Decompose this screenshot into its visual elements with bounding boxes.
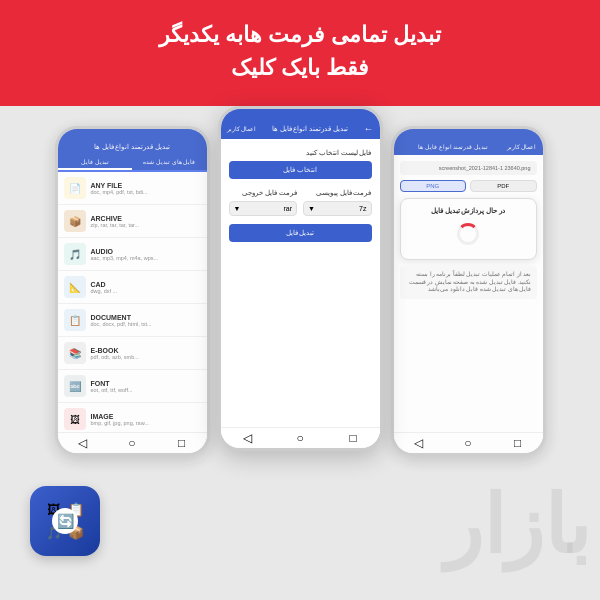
file-info: AUDIO aac, mp3, mp4, m4a, wps... [91, 248, 201, 261]
file-info: IMAGE bmp, gif, jpg, png, raw... [91, 413, 201, 426]
file-info: FONT eot, otf, ttf, woff... [91, 380, 201, 393]
file-info: ARCHIVE zip, rar, tar, tar, tar... [91, 215, 201, 228]
from-label: فایل لیست انتخاب کنید [229, 149, 372, 157]
file-info: ANY FILE doc, mp4, pdf, txt, bdi... [91, 182, 201, 195]
nav-recent[interactable]: □ [347, 432, 359, 444]
phone3-content: screenshot_2021-12841-1 23640.png PDF PN… [394, 155, 543, 443]
phone2-content: فایل لیست انتخاب کنید انتخاب فایل فرمت ف… [221, 139, 380, 442]
nav-recent[interactable]: □ [512, 437, 524, 449]
main-area: تبدیل قدرتمند انواع فایل ها تبدیل فایل ف… [0, 106, 600, 576]
upload-button[interactable]: انتخاب فایل [229, 161, 372, 179]
phone2-header: ← تبدیل قدرتمند انواع فایل ها اعمال کارب… [221, 109, 380, 139]
list-item[interactable]: 📄 ANY FILE doc, mp4, pdf, txt, bdi... [58, 172, 207, 205]
phone3-screen: اعمال کاربر تبدیل قدرتمند انواع فایل ها … [394, 129, 543, 453]
nav-back[interactable]: ◁ [76, 437, 88, 449]
file-info: DOCUMENT doc, docx, pdf, html, txt... [91, 314, 201, 327]
phone1-navbar: ◁ ○ □ [58, 432, 207, 453]
app-icon-sync: 🔄 [52, 508, 78, 534]
option-png[interactable]: PNG [400, 180, 467, 192]
tab-convert[interactable]: تبدیل فایل [58, 155, 133, 170]
top-banner: تبدیل تمامی فرمت هابه یکدیگر فقط بایک کل… [0, 0, 600, 106]
converting-title: در حال پردازش تبدیل فایل [409, 207, 528, 215]
list-item[interactable]: 🔤 FONT eot, otf, ttf, woff... [58, 370, 207, 403]
to-format-select[interactable]: rar ▼ [229, 201, 298, 216]
nav-home[interactable]: ○ [462, 437, 474, 449]
file-icon-document: 📋 [64, 309, 86, 331]
app-icon-inner: 🖼 📋 🎵 📦 🔄 [38, 494, 92, 548]
banner-title: تبدیل تمامی فرمت هابه یکدیگر فقط بایک کل… [20, 18, 580, 84]
to-format-group: فرمت فایل خروجی rar ▼ [229, 189, 298, 216]
file-icon-audio: 🎵 [64, 243, 86, 265]
from-format-select[interactable]: 7z ▼ [303, 201, 372, 216]
app-icon[interactable]: 🖼 📋 🎵 📦 🔄 [30, 486, 100, 556]
phone2: ← تبدیل قدرتمند انواع فایل ها اعمال کارب… [218, 106, 383, 451]
from-format-group: فرمت فایل پیویسی 7z ▼ [303, 189, 372, 216]
list-item[interactable]: 🎵 AUDIO aac, mp3, mp4, m4a, wps... [58, 238, 207, 271]
tab-converted[interactable]: فایل های تبدیل شده [132, 155, 207, 170]
decorative-text: بازار [444, 486, 590, 566]
phone1-header: تبدیل قدرتمند انواع فایل ها [58, 129, 207, 155]
list-item[interactable]: 📦 ARCHIVE zip, rar, tar, tar, tar... [58, 205, 207, 238]
list-item[interactable]: 📐 CAD dwg, dxf ... [58, 271, 207, 304]
phone2-navbar: ◁ ○ □ [221, 427, 380, 448]
file-icon-font: 🔤 [64, 375, 86, 397]
file-icon-archive: 📦 [64, 210, 86, 232]
phone1-tabs: تبدیل فایل فایل های تبدیل شده [58, 155, 207, 172]
converting-modal: در حال پردازش تبدیل فایل [400, 198, 537, 260]
phone2-screen: ← تبدیل قدرتمند انواع فایل ها اعمال کارب… [221, 109, 380, 448]
list-item[interactable]: 📚 E-BOOK pdf, odt, azb, smb... [58, 337, 207, 370]
nav-home[interactable]: ○ [294, 432, 306, 444]
convert-button[interactable]: تبدیل فایل [229, 224, 372, 242]
file-list: 📄 ANY FILE doc, mp4, pdf, txt, bdi... 📦 … [58, 172, 207, 436]
footer-text: بعد از اتمام عملیات تبدیل لطفاً برنامه ر… [400, 266, 537, 299]
format-row: فرمت فایل پیویسی 7z ▼ فرمت فایل خروجی ra… [229, 189, 372, 216]
loading-spinner [457, 223, 479, 245]
nav-back[interactable]: ◁ [412, 437, 424, 449]
file-info: CAD dwg, dxf ... [91, 281, 201, 294]
phone3: اعمال کاربر تبدیل قدرتمند انواع فایل ها … [391, 126, 546, 456]
list-item[interactable]: 📋 DOCUMENT doc, docx, pdf, html, txt... [58, 304, 207, 337]
phone3-header: اعمال کاربر تبدیل قدرتمند انواع فایل ها [394, 129, 543, 155]
nav-back[interactable]: ◁ [241, 432, 253, 444]
file-icon-cad: 📐 [64, 276, 86, 298]
nav-home[interactable]: ○ [126, 437, 138, 449]
phone1: تبدیل قدرتمند انواع فایل ها تبدیل فایل ف… [55, 126, 210, 456]
file-info-box: screenshot_2021-12841-1 23640.png [400, 161, 537, 175]
file-icon-ebook: 📚 [64, 342, 86, 364]
phone3-navbar: ◁ ○ □ [394, 432, 543, 453]
convert-options: PDF PNG [400, 180, 537, 192]
file-icon-image: 🖼 [64, 408, 86, 430]
file-info: E-BOOK pdf, odt, azb, smb... [91, 347, 201, 360]
output-label: فرمت فایل خروجی [229, 189, 298, 197]
phone1-screen: تبدیل قدرتمند انواع فایل ها تبدیل فایل ف… [58, 129, 207, 453]
file-icon-anyfile: 📄 [64, 177, 86, 199]
option-pdf[interactable]: PDF [470, 180, 537, 192]
phone2-back-icon[interactable]: ← [364, 123, 374, 134]
format-label: فرمت فایل پیویسی [303, 189, 372, 197]
nav-recent[interactable]: □ [176, 437, 188, 449]
